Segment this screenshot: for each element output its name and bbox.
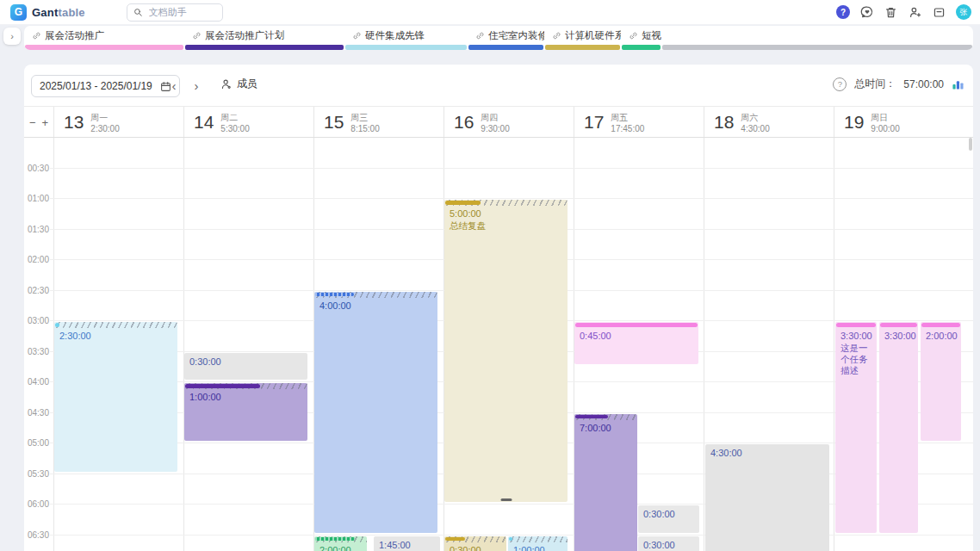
- day-header-18: 18周六4:30:00: [704, 107, 834, 137]
- event-duration-label: 2:00:00: [926, 331, 958, 341]
- tab-strip-filler: [661, 26, 973, 50]
- zoom-controls: − +: [29, 116, 48, 129]
- time-label-06:30: 06:30: [24, 530, 49, 540]
- column-divider: [834, 107, 834, 551]
- calendar-toolbar: 2025/01/13 - 2025/01/19 ‹ › 成员 ? 总时间： 57…: [24, 75, 973, 99]
- calendar-event[interactable]: 7:00:00: [574, 414, 637, 551]
- calendar-card: 2025/01/13 - 2025/01/19 ‹ › 成员 ? 总时间： 57…: [24, 65, 973, 551]
- user-avatar[interactable]: 张: [956, 4, 971, 20]
- feedback-icon[interactable]: [859, 5, 874, 20]
- total-time-help-icon[interactable]: ?: [833, 77, 847, 91]
- calendar-event[interactable]: 2:30:00: [54, 322, 177, 472]
- app-logo[interactable]: G Ganttable: [10, 4, 85, 21]
- time-label-06:00: 06:00: [24, 499, 49, 509]
- tab-1[interactable]: 展会活动推广: [24, 26, 184, 50]
- event-progress-bar: [315, 537, 355, 542]
- global-search[interactable]: [127, 3, 223, 22]
- prev-week-button[interactable]: ‹: [165, 77, 183, 94]
- event-progress-bar: [315, 293, 354, 297]
- calendar-event[interactable]: 0:30:00: [638, 505, 699, 533]
- event-progress-bar: [575, 323, 698, 327]
- day-header-15: 15周三8:15:00: [314, 107, 443, 137]
- logo-icon: G: [10, 4, 27, 21]
- event-duration-label: 4:00:00: [319, 300, 434, 311]
- event-progress-bar: [880, 323, 917, 327]
- tab-color-bar: [25, 45, 183, 50]
- calendar-event[interactable]: 5:00:00总结复盘: [444, 200, 568, 502]
- week-grid: − + 13周一2:30:0014周二5:30:0015周三8:15:0016周…: [24, 106, 973, 551]
- vertical-scrollbar[interactable]: [969, 138, 972, 151]
- tab-color-bar: [468, 45, 543, 50]
- day-weekday: 周三: [350, 113, 379, 124]
- next-week-button[interactable]: ›: [188, 77, 205, 94]
- day-number: 19: [844, 111, 864, 137]
- event-duration-label: 2:00:00: [319, 545, 363, 551]
- panel-icon[interactable]: [932, 5, 946, 20]
- tab-3[interactable]: 硬件集成先锋: [344, 26, 468, 50]
- sidebar-expand-button[interactable]: ›: [3, 28, 21, 45]
- trash-icon[interactable]: [884, 5, 898, 20]
- event-description: 这是一个任务描述: [840, 343, 874, 376]
- day-number: 17: [584, 111, 604, 137]
- event-resize-handle[interactable]: [500, 498, 512, 501]
- calendar-event[interactable]: 0:45:00: [574, 322, 698, 364]
- invite-member-icon[interactable]: [908, 5, 922, 20]
- time-label-02:30: 02:30: [24, 286, 49, 295]
- event-duration-label: 1:00:00: [189, 392, 304, 402]
- event-duration-label: 2:30:00: [59, 331, 174, 341]
- day-number: 14: [194, 111, 214, 137]
- calendar-event[interactable]: 2:00:00: [921, 322, 961, 441]
- event-progress-track: [314, 292, 437, 298]
- total-time-value: 57:00:00: [903, 78, 944, 90]
- tab-4[interactable]: 住宅室内装修...: [468, 26, 544, 50]
- zoom-out-button[interactable]: −: [29, 116, 36, 129]
- search-input[interactable]: [147, 6, 211, 18]
- link-icon: [352, 31, 362, 40]
- tab-color-bar: [622, 45, 661, 50]
- help-icon[interactable]: ?: [836, 5, 850, 19]
- calendar-event[interactable]: 1:00:00: [508, 536, 568, 551]
- time-label-01:00: 01:00: [24, 194, 49, 203]
- calendar-event[interactable]: 3:30:00这是一个任务描述: [835, 322, 877, 533]
- day-weekday: 周二: [220, 113, 249, 124]
- day-total-duration: 4:30:00: [741, 124, 769, 135]
- day-header-19: 19周日9:00:00: [834, 107, 973, 137]
- day-total-duration: 17:45:00: [611, 124, 644, 135]
- grid-line-06:30: [50, 535, 973, 536]
- event-duration-label: 0:30:00: [450, 545, 503, 551]
- members-button[interactable]: 成员: [220, 77, 257, 91]
- calendar-event[interactable]: 1:45:00: [374, 536, 440, 551]
- date-range-value: 2025/01/13 - 2025/01/19: [40, 80, 152, 92]
- time-label-04:30: 04:30: [24, 408, 49, 418]
- event-progress-track: [314, 536, 367, 542]
- event-duration-label: 1:00:00: [513, 545, 564, 551]
- search-icon: [133, 8, 143, 17]
- tab-6[interactable]: 短视...: [621, 26, 661, 50]
- event-progress-track: [574, 414, 637, 420]
- day-number: 13: [64, 111, 84, 137]
- day-header-14: 14周二5:30:00: [184, 107, 313, 137]
- calendar-event[interactable]: 3:30:00: [879, 322, 918, 533]
- event-hatch-pattern: [54, 322, 177, 328]
- calendar-event[interactable]: 0:30:00: [184, 353, 307, 381]
- event-progress-bar: [445, 537, 465, 542]
- tab-color-bar: [345, 45, 467, 50]
- tab-label: 硬件集成先锋: [365, 29, 425, 42]
- calendar-event[interactable]: 1:00:00: [184, 383, 307, 441]
- calendar-event[interactable]: 4:00:00: [314, 292, 437, 533]
- event-progress-bar: [445, 201, 481, 205]
- day-header-13: 13周一2:30:00: [54, 107, 183, 137]
- date-range-picker[interactable]: 2025/01/13 - 2025/01/19: [31, 75, 180, 97]
- calendar-event[interactable]: 4:30:00: [705, 444, 829, 551]
- top-app-bar: G Ganttable ? 张: [0, 0, 980, 25]
- day-header-16: 16周四9:30:00: [444, 107, 574, 137]
- calendar-event[interactable]: 0:30:00: [444, 536, 506, 551]
- zoom-in-button[interactable]: +: [42, 116, 49, 129]
- tab-2[interactable]: 展会活动推广计划: [184, 26, 344, 50]
- time-label-02:00: 02:00: [24, 255, 49, 264]
- calendar-event[interactable]: 2:00:00: [314, 536, 367, 551]
- calendar-event[interactable]: 0:30:00: [638, 536, 699, 551]
- stats-chart-icon[interactable]: [952, 77, 964, 90]
- tab-5[interactable]: 计算机硬件系...: [544, 26, 621, 50]
- event-description: 总结复盘: [450, 220, 565, 232]
